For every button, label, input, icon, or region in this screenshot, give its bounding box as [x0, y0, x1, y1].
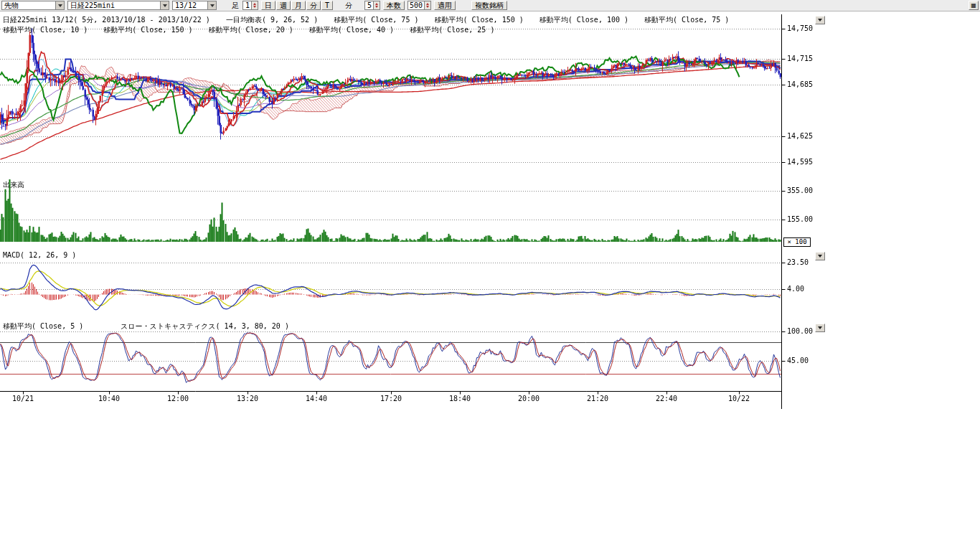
- period-button-day[interactable]: 日: [261, 1, 275, 10]
- price-axis-label: 14,750: [787, 24, 813, 33]
- price-panel-menu-button[interactable]: [815, 16, 825, 24]
- period-button-group: 日週月分T: [261, 1, 333, 10]
- legend-item: 移動平均( Close, 25 ): [410, 25, 494, 35]
- chevron-down-icon: [818, 255, 822, 258]
- macd-panel-menu-button[interactable]: [815, 252, 825, 260]
- stoch-axis-label: 100.00: [787, 327, 813, 336]
- legend-item: 移動平均( Close, 75 ): [334, 15, 418, 25]
- time-axis-label: 13:20: [230, 395, 265, 403]
- market-select[interactable]: 先物: [1, 1, 65, 10]
- bars-count-input[interactable]: 500: [407, 1, 431, 10]
- chart-canvas[interactable]: [0, 0, 980, 551]
- legend-item: 移動平均( Close, 150 ): [434, 15, 523, 25]
- time-axis-label: 14:40: [299, 395, 334, 403]
- legend-item: 一目均衡表( 9, 26, 52 ): [226, 15, 318, 25]
- price-axis-label: 14,685: [787, 80, 813, 89]
- time-axis-label: 21:20: [580, 395, 615, 403]
- price-axis-label: 14,595: [787, 158, 813, 166]
- chevron-down-icon: [818, 326, 822, 329]
- price-axis-label: 14,625: [787, 132, 813, 141]
- chevron-down-icon: [163, 4, 167, 7]
- legend-item: 日経225mini 13/12( 5分, 2013/10/18 - 2013/1…: [3, 15, 210, 25]
- minute-unit-label: 分: [344, 1, 353, 11]
- legend-item: 移動平均( Close, 10 ): [3, 25, 88, 35]
- chevron-down-icon[interactable]: [55, 1, 64, 9]
- stoch-axis-label: 45.00: [787, 357, 809, 365]
- minute-count-value: 5: [365, 1, 373, 9]
- bar-interval-value: 1: [243, 1, 251, 9]
- legend-item: 移動平均( Close, 40 ): [309, 25, 394, 35]
- legend-item: 移動平均( Close, 75 ): [644, 15, 729, 25]
- legend-item: 移動平均( Close, 100 ): [540, 15, 628, 25]
- bar-type-label: 足: [231, 1, 240, 11]
- time-axis-label: 18:40: [443, 395, 477, 403]
- macd-axis-label: 4.00: [787, 285, 804, 293]
- minute-count-input[interactable]: 5: [364, 1, 380, 10]
- trading-chart-window: 先物 日経225mini 13/12 足 1 日週月分T 分 5 本数 500: [0, 0, 980, 551]
- volume-axis-label: 155.00: [787, 215, 813, 224]
- chevron-down-icon: [58, 4, 62, 7]
- spinner-arrows-icon[interactable]: [424, 1, 430, 9]
- volume-panel-label: 出来高: [3, 180, 24, 190]
- toolbar: 先物 日経225mini 13/12 足 1 日週月分T 分 5 本数 500: [0, 0, 980, 11]
- period-button-minute[interactable]: 分: [306, 1, 321, 10]
- time-axis-label: 22:40: [649, 395, 684, 403]
- chevron-down-icon: [818, 19, 822, 22]
- spinner-arrows-icon[interactable]: [373, 1, 380, 9]
- legend-item: 移動平均( Close, 20 ): [209, 25, 293, 35]
- time-axis-label: 20:00: [512, 395, 546, 403]
- spinner-arrows-icon[interactable]: [251, 1, 258, 9]
- time-axis-label: 10/21: [6, 395, 40, 403]
- legend-row-1: 日経225mini 13/12( 5分, 2013/10/18 - 2013/1…: [3, 15, 779, 25]
- macd-axis-label: 23.50: [787, 258, 809, 267]
- bars-count-button[interactable]: 本数: [383, 1, 405, 10]
- chevron-down-icon[interactable]: [207, 1, 216, 9]
- stoch-panel-menu-button[interactable]: [815, 324, 825, 332]
- chevron-down-icon[interactable]: [160, 1, 169, 9]
- symbol-select-value: 日経225mini: [70, 1, 115, 11]
- market-select-value: 先物: [4, 1, 19, 11]
- time-axis-label: 10:40: [92, 395, 126, 403]
- time-axis-label: 12:00: [161, 395, 195, 403]
- volume-multiplier-badge: × 100: [783, 237, 811, 247]
- contract-select-value: 13/12: [175, 1, 197, 9]
- legend-row-2: 移動平均( Close, 10 )移動平均( Close, 150 )移動平均(…: [3, 25, 779, 35]
- price-axis-label: 14,715: [787, 55, 813, 63]
- macd-panel-label: MACD( 12, 26, 9 ): [3, 251, 76, 259]
- apply-button[interactable]: 適用: [434, 1, 456, 10]
- grid-icon[interactable]: ▦: [969, 1, 979, 10]
- legend-item: 移動平均( Close, 150 ): [103, 25, 192, 35]
- time-axis-label: 17:20: [374, 395, 408, 403]
- bars-count-value: 500: [408, 1, 424, 9]
- symbol-select[interactable]: 日経225mini: [67, 1, 169, 10]
- stoch-panel-label: スロー・ストキャスティクス( 14, 3, 80, 20 ): [121, 321, 289, 331]
- period-button-month[interactable]: 月: [291, 1, 306, 10]
- stoch-ma-label: 移動平均( Close, 5 ): [3, 321, 83, 331]
- multi-symbol-button[interactable]: 複数銘柄: [471, 1, 507, 10]
- period-button-week[interactable]: 週: [276, 1, 291, 10]
- volume-axis-label: 355.00: [787, 187, 813, 195]
- chevron-down-icon: [210, 4, 215, 7]
- period-button-tick[interactable]: T: [321, 1, 333, 10]
- contract-select[interactable]: 13/12: [172, 1, 217, 10]
- time-axis-label: 10/22: [722, 395, 756, 403]
- bar-interval-input[interactable]: 1: [242, 1, 258, 10]
